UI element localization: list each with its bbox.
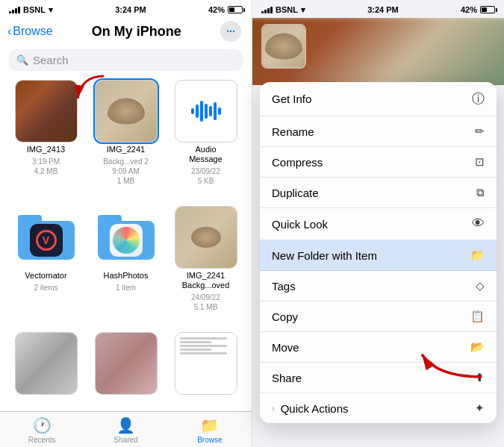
image-preview	[16, 81, 77, 142]
back-button[interactable]: ‹ Browse	[7, 25, 53, 38]
status-right-right: 42%	[461, 5, 495, 14]
wave-bar	[191, 108, 194, 114]
time-display: 3:24 PM	[115, 5, 146, 14]
file-meta: Backg...ved 29:09 AM1 MB	[103, 157, 149, 186]
tab-recents-label: Recents	[28, 436, 56, 444]
tab-browse[interactable]: 📁 Browse	[168, 416, 252, 444]
signal-bar-1	[261, 11, 264, 13]
list-item[interactable]: HashPhotos 1 item	[89, 206, 163, 326]
files-grid: IMG_2413 3:19 PM4.2 MB IMG_2241 Backg...…	[0, 77, 252, 411]
signal-bars-right	[261, 7, 273, 13]
background-image	[252, 18, 504, 85]
image-preview	[96, 81, 157, 142]
image-preview	[175, 333, 237, 394]
file-name: HashPhotos	[104, 271, 149, 281]
menu-item-tags[interactable]: Tags ◇	[260, 271, 497, 301]
shared-icon: 👤	[116, 416, 135, 434]
wave-bar	[196, 104, 199, 118]
chevron-left-icon: ‹	[7, 25, 11, 38]
folder-body	[18, 221, 75, 260]
list-item[interactable]: IMG_2413 3:19 PM4.2 MB	[9, 80, 83, 200]
signal-bar-1	[9, 11, 11, 13]
image-preview	[16, 333, 77, 394]
more-button[interactable]: ···	[220, 21, 241, 42]
menu-item-share[interactable]: Share ⬆	[260, 363, 497, 393]
duplicate-icon: ⧉	[476, 186, 485, 199]
folder-body	[98, 221, 155, 260]
menu-item-new-folder[interactable]: New Folder with Item 📁	[260, 240, 497, 271]
eye-icon: 👁	[472, 216, 485, 231]
status-bar-left: BSNL ▾ 3:24 PM 42%	[0, 0, 252, 18]
menu-item-label: › Quick Actions	[272, 402, 349, 415]
quick-actions-icon: ✦	[475, 401, 485, 415]
file-thumbnail	[15, 332, 78, 395]
tab-shared[interactable]: 👤 Shared	[84, 416, 167, 444]
file-meta: 2 items	[34, 283, 57, 293]
menu-item-quick-look[interactable]: Quick Look 👁	[260, 208, 497, 240]
chevron-right-icon: ›	[272, 404, 275, 413]
context-menu: Get Info ⓘ Rename ✏ Compress ⊡ Duplicate…	[260, 82, 497, 423]
page-title: On My iPhone	[92, 24, 181, 40]
browse-icon: 📁	[200, 416, 219, 434]
menu-item-move[interactable]: Move 📂	[260, 332, 497, 363]
hash-circle	[113, 227, 140, 254]
doc-line	[180, 337, 227, 340]
vectornator-inner	[36, 230, 57, 251]
menu-item-rename[interactable]: Rename ✏	[260, 116, 497, 147]
signal-bars	[9, 7, 20, 13]
wifi-icon: ▾	[49, 5, 53, 15]
tab-browse-label: Browse	[197, 436, 222, 444]
more-icon: ···	[226, 25, 235, 37]
file-name: IMG_2413	[27, 145, 65, 154]
file-name: Vectornator	[25, 271, 66, 281]
list-item[interactable]	[9, 332, 83, 408]
list-item[interactable]	[169, 332, 243, 408]
list-item[interactable]	[89, 332, 163, 408]
copy-icon: 📋	[470, 310, 485, 323]
file-meta: 1 item	[116, 283, 136, 293]
status-left-right: BSNL ▾	[261, 5, 305, 15]
file-thumbnail	[175, 332, 237, 395]
doc-line	[180, 345, 227, 347]
search-bar[interactable]: 🔍 Search	[9, 49, 243, 71]
menu-item-duplicate[interactable]: Duplicate ⧉	[260, 178, 497, 208]
wave-bar	[218, 107, 221, 115]
wave-bar	[205, 104, 208, 119]
wave-bar	[214, 102, 217, 120]
recents-icon: 🕐	[33, 416, 52, 434]
menu-item-label: Duplicate	[272, 187, 319, 199]
menu-item-compress[interactable]: Compress ⊡	[260, 147, 497, 178]
folder-icon	[98, 215, 155, 260]
status-right: 42%	[208, 5, 243, 14]
left-panel: BSNL ▾ 3:24 PM 42% ‹ Browse On My iPhone…	[0, 0, 252, 447]
file-thumbnail	[175, 206, 237, 269]
file-meta: 23/09/225 KB	[191, 166, 220, 186]
status-bar-right: BSNL ▾ 3:24 PM 42%	[252, 0, 504, 18]
file-name: IMG_2241Backg...oved	[182, 271, 230, 290]
battery-icon-right	[480, 6, 495, 13]
time-display-right: 3:24 PM	[367, 5, 399, 14]
search-input[interactable]: Search	[33, 54, 69, 66]
carrier-label: BSNL	[23, 5, 46, 14]
file-meta: 3:19 PM4.2 MB	[32, 157, 60, 176]
tag-icon: ◇	[476, 279, 485, 293]
tab-recents[interactable]: 🕐 Recents	[0, 416, 84, 444]
info-icon: ⓘ	[472, 90, 485, 107]
list-item[interactable]: AudioMessage 23/09/225 KB	[169, 80, 243, 200]
battery-icon	[228, 6, 243, 13]
menu-item-label: Share	[272, 372, 302, 384]
list-item[interactable]: IMG_2241Backg...oved 24/09/225.1 MB	[169, 206, 243, 326]
image-preview	[96, 333, 157, 394]
signal-bar-4	[18, 7, 20, 13]
list-item[interactable]: IMG_2241 Backg...ved 29:09 AM1 MB	[89, 80, 163, 200]
menu-item-get-info[interactable]: Get Info ⓘ	[260, 82, 497, 116]
menu-item-quick-actions[interactable]: › Quick Actions ✦	[260, 393, 497, 423]
wave-bar	[200, 101, 203, 122]
new-folder-icon: 📁	[470, 248, 485, 262]
doc-line	[180, 341, 211, 343]
menu-item-copy[interactable]: Copy 📋	[260, 301, 497, 332]
file-thumbnail	[95, 206, 158, 269]
list-item[interactable]: Vectornator 2 items	[9, 206, 83, 326]
file-thumbnail	[15, 80, 78, 143]
battery-percent: 42%	[208, 5, 225, 14]
